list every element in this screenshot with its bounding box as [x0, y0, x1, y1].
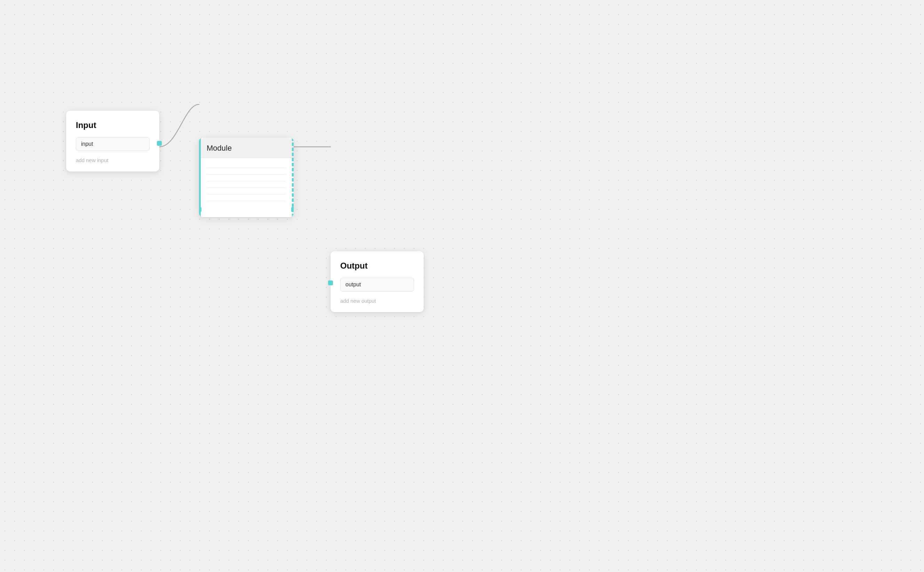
input-card: Input input add new input [66, 110, 159, 171]
input-right-handle[interactable] [157, 141, 162, 146]
output-field[interactable]: output [340, 278, 414, 292]
module-line-3 [207, 181, 286, 181]
input-field[interactable]: input [76, 137, 150, 151]
output-left-handle[interactable] [328, 280, 333, 285]
add-output-link[interactable]: add new output [340, 298, 414, 304]
module-bottom-space [199, 207, 294, 214]
add-input-link[interactable]: add new input [76, 157, 150, 163]
module-left-strip [199, 137, 201, 217]
module-line-4 [207, 188, 286, 188]
module-line-6 [207, 201, 286, 201]
module-right-dashed [292, 137, 294, 217]
module-line-2 [207, 174, 286, 175]
module-left-handle[interactable] [199, 207, 202, 212]
module-line-1 [207, 168, 286, 168]
module-line-5 [207, 194, 286, 194]
output-card: Output output add new output [331, 251, 424, 312]
module-body [199, 158, 294, 217]
module-header: Module [199, 137, 294, 158]
module-title: Module [207, 144, 286, 153]
module-card: Module [199, 137, 294, 217]
output-card-title: Output [340, 261, 414, 271]
module-right-handle[interactable] [291, 207, 294, 212]
input-card-title: Input [76, 120, 150, 130]
